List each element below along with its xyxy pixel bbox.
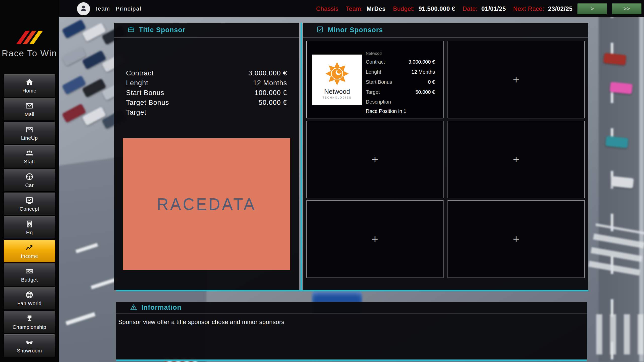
minor-sponsor-empty-slot[interactable]: + [448, 121, 585, 198]
grid-flag-icon [25, 125, 34, 134]
sidebar-item-income[interactable]: Income [4, 240, 55, 262]
bg-car [82, 50, 106, 70]
bg-car [82, 78, 106, 98]
sponsor-logo-name: Netwood [324, 88, 350, 96]
skip-to-race-button[interactable]: >> [612, 3, 641, 14]
plus-icon: + [372, 153, 378, 166]
logo-stripes-icon [17, 30, 42, 45]
sponsor-logo-subtitle: TECHNOLOGIES [323, 96, 351, 99]
detail-label: Start Bonus [126, 89, 164, 97]
sidebar-item-lineup[interactable]: LineUp [4, 122, 55, 144]
sun-icon [325, 61, 350, 87]
next-race-label: Next Race: [513, 5, 544, 12]
plus-icon: + [513, 73, 519, 86]
sidebar-item-home[interactable]: Home [4, 74, 55, 97]
sidebar-item-hq[interactable]: Hq [4, 216, 55, 239]
detail-value: 100.000 € [255, 89, 287, 97]
detail-row: Contract 3.000.000 € [126, 69, 287, 77]
minor-sponsor-empty-slot[interactable]: + [448, 41, 585, 118]
bg-car [62, 104, 86, 123]
bg-sidewalk [639, 0, 644, 362]
detail-row: Lenght 12 Months [366, 69, 435, 75]
sidebar-item-fan-world[interactable]: Fan World [4, 287, 55, 309]
topbar-status: Chassis Team: MrDes Budget: 91.500.000 €… [316, 3, 644, 14]
sidebar-item-mail[interactable]: Mail [4, 98, 55, 120]
minor-sponsor-empty-slot[interactable]: + [306, 121, 444, 198]
team-label: Team: [346, 5, 363, 12]
information-text: Sponsor view offer a title sponsor chose… [116, 314, 587, 326]
chassis-label: Chassis [316, 5, 339, 12]
bg-car [62, 19, 86, 39]
detail-label: Target [126, 109, 146, 116]
panel-title: Title Sponsor [139, 26, 185, 34]
mail-icon [25, 101, 34, 110]
person-icon [79, 4, 88, 14]
minor-sponsor-empty-slot[interactable]: + [448, 200, 585, 278]
sidebar-item-staff[interactable]: Staff [4, 145, 55, 168]
detail-row: Start Bonus 0 € [366, 79, 435, 85]
avatar[interactable] [77, 2, 90, 15]
bg-car [82, 23, 106, 42]
detail-label: Lenght [126, 79, 148, 87]
date-label: Date: [463, 5, 478, 12]
sponsor-details: Netwood Contract 3.000.000 € Lenght 12 M… [366, 51, 435, 114]
sponsor-logo-text: RACEDATA [157, 194, 256, 214]
sidebar-item-budget[interactable]: Budget [4, 263, 55, 286]
sidebar-item-concept[interactable]: Concept [4, 193, 55, 215]
trophy-icon [25, 314, 34, 323]
bg-car [82, 107, 106, 126]
sidebar: Race To Win Home Mail LineUp Staff Car [0, 0, 59, 362]
detail-value: 50.000 € [259, 99, 287, 107]
sidebar-item-label: Fan World [17, 301, 42, 306]
bg-car [62, 47, 86, 66]
detail-value: 3.000.000 € [408, 59, 435, 65]
information-panel: Information Sponsor view offer a title s… [116, 302, 587, 361]
title-sponsor-panel: Title Sponsor Contract 3.000.000 € Lengh… [114, 23, 299, 290]
detail-label: Start Bonus [366, 79, 392, 85]
building-icon [25, 219, 34, 229]
checkbox-icon [316, 26, 324, 34]
detail-label: Contract [126, 69, 154, 77]
bg-crosswalk [596, 314, 644, 354]
detail-value: 0 € [428, 79, 435, 85]
home-icon [25, 78, 34, 87]
title-sponsor-details: Contract 3.000.000 € Lenght 12 Months St… [114, 69, 299, 116]
globe-icon [25, 290, 34, 299]
sidebar-item-car[interactable]: Car [4, 169, 55, 191]
chart-line-icon [25, 243, 34, 252]
panel-title: Information [141, 304, 182, 311]
sidebar-item-label: Budget [21, 277, 38, 283]
minor-sponsor-card[interactable]: Netwood TECHNOLOGIES Netwood Contract 3.… [306, 41, 444, 118]
logo-text: Race To Win [2, 48, 57, 58]
detail-label: Contract [366, 59, 385, 65]
detail-value: 12 Months [253, 79, 287, 87]
detail-row: Target [126, 108, 287, 116]
steering-wheel-icon [25, 172, 34, 181]
detail-label: Lenght [366, 69, 381, 75]
sketch-icon [25, 196, 34, 205]
bg-car [62, 75, 86, 95]
minor-sponsors-header: Minor Sponsors [303, 23, 588, 38]
next-race-value: 23/02/25 [548, 5, 573, 12]
panel-divider-horizontal [116, 290, 588, 291]
sidebar-menu: Home Mail LineUp Staff Car Concept [4, 74, 55, 357]
sidebar-item-label: Staff [24, 159, 35, 165]
sidebar-item-label: Showroom [17, 348, 42, 354]
description-value: Race Position in 1 [366, 108, 435, 114]
sidebar-item-label: Hq [26, 230, 33, 236]
title-sponsor-logo-card[interactable]: RACEDATA [123, 138, 290, 270]
advance-day-button[interactable]: > [577, 3, 607, 14]
detail-row: Lenght 12 Months [126, 79, 287, 87]
minor-sponsor-empty-slot[interactable]: + [306, 200, 444, 278]
detail-row: Target Bonus 50.000 € [126, 99, 287, 107]
date-value: 01/01/25 [481, 5, 506, 12]
information-header: Information [116, 302, 587, 314]
people-icon [25, 149, 34, 158]
sponsor-name: Netwood [366, 51, 435, 56]
bg-crosswalk [588, 223, 644, 276]
sidebar-item-championship[interactable]: Championship [4, 311, 55, 333]
title-sponsor-header: Title Sponsor [114, 23, 299, 38]
sidebar-item-label: Home [22, 88, 36, 94]
detail-row: Start Bonus 100.000 € [126, 89, 287, 97]
sidebar-item-showroom[interactable]: Showroom [4, 334, 55, 357]
